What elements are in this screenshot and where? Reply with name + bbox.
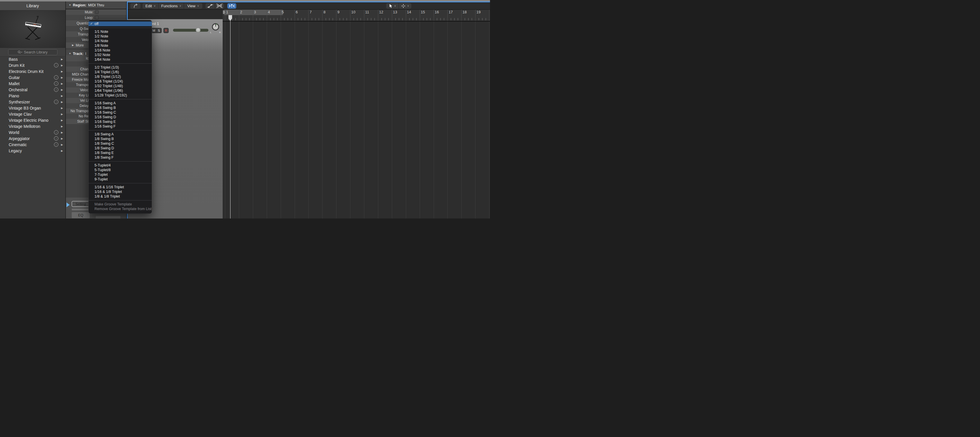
view-menu-button[interactable]: View∨	[184, 3, 202, 9]
undo-button[interactable]	[130, 3, 140, 9]
checkbox[interactable]	[95, 10, 99, 14]
library-item-arpeggiator[interactable]: Arpeggiator↓▶	[0, 136, 65, 142]
download-icon[interactable]: ↓	[54, 136, 58, 140]
solo-button[interactable]: S	[156, 28, 161, 33]
eq-thumbnail-button[interactable]: EQ	[72, 212, 90, 218]
download-icon[interactable]: ↓	[54, 63, 58, 67]
menu-item-1-2-note[interactable]: 1/2 Note	[89, 34, 152, 39]
region-inspector-header[interactable]: ▼ Region: MIDI Thru	[66, 2, 126, 9]
chevron-right-icon[interactable]: ▶	[60, 143, 63, 146]
download-icon[interactable]: ↓	[54, 130, 58, 134]
chevron-right-icon[interactable]: ▶	[60, 149, 63, 152]
download-icon[interactable]: ↓	[54, 142, 58, 147]
chevron-right-icon[interactable]: ▶	[60, 70, 63, 73]
menu-item-1-8-swing-d[interactable]: 1/8 Swing D	[89, 146, 152, 150]
catch-midi-button[interactable]	[227, 3, 236, 9]
chevron-right-icon[interactable]: ▶	[60, 131, 63, 134]
volume-slider[interactable]	[173, 29, 208, 32]
menu-item-1-64-note[interactable]: 1/64 Note	[89, 57, 152, 62]
disclosure-triangle-icon[interactable]: ▼	[69, 4, 71, 6]
menu-item-1-8-swing-c[interactable]: 1/8 Swing C	[89, 141, 152, 146]
menu-item-1-8-1-8-triplet[interactable]: 1/8 & 1/8 Triplet	[89, 194, 152, 199]
library-item-world[interactable]: World↓▶	[0, 129, 65, 136]
menu-item-1-16-1-8-triplet[interactable]: 1/16 & 1/8 Triplet	[89, 190, 152, 194]
command-click-tool-button[interactable]: ∨	[399, 3, 411, 9]
pointer-tool-button[interactable]: ∨	[386, 3, 399, 9]
chevron-right-icon[interactable]: ▶	[60, 100, 63, 104]
checkbox[interactable]	[95, 16, 99, 19]
chevron-right-icon[interactable]: ▶	[60, 58, 63, 61]
menu-item-1-8-swing-a[interactable]: 1/8 Swing A	[89, 132, 152, 137]
functions-menu-button[interactable]: Functions∨	[159, 3, 184, 9]
menu-item-1-8-swing-e[interactable]: 1/8 Swing E	[89, 150, 152, 155]
chevron-right-icon[interactable]: ▶	[60, 64, 63, 67]
menu-item-1-64-triplet-1-96-[interactable]: 1/64 Triplet (1/96)	[89, 88, 152, 93]
menu-item-1-16-swing-b[interactable]: 1/16 Swing B	[89, 105, 152, 110]
menu-item-1-4-note[interactable]: 1/4 Note	[89, 39, 152, 43]
library-item-orchestral[interactable]: Orchestral↓▶	[0, 86, 65, 93]
menu-item-5-tuplet-8[interactable]: 5-Tuplet/8	[89, 167, 152, 172]
library-item-bass[interactable]: Bass▶	[0, 56, 65, 62]
menu-item-1-1-note[interactable]: 1/1 Note	[89, 29, 152, 34]
chevron-right-icon[interactable]: ▶	[60, 113, 63, 116]
library-item-cinematic[interactable]: Cinematic↓▶	[0, 142, 65, 148]
menu-item-7-tuplet[interactable]: 7-Tuplet	[89, 172, 152, 177]
tracks-grid[interactable]	[223, 21, 490, 218]
menu-item-1-16-swing-f[interactable]: 1/16 Swing F	[89, 124, 152, 129]
menu-item-1-16-swing-a[interactable]: 1/16 Swing A	[89, 101, 152, 105]
download-icon[interactable]: ↓	[54, 100, 58, 104]
menu-item-1-8-swing-f[interactable]: 1/8 Swing F	[89, 155, 152, 160]
chevron-right-icon[interactable]: ▶	[60, 76, 63, 79]
pan-knob[interactable]	[212, 23, 219, 30]
menu-item-1-8-triplet-1-12-[interactable]: 1/8 Triplet (1/12)	[89, 74, 152, 79]
library-item-vintage-electric-piano[interactable]: Vintage Electric Piano▶	[0, 117, 65, 123]
chevron-right-icon[interactable]: ▶	[60, 88, 63, 91]
library-item-piano[interactable]: Piano▶	[0, 93, 65, 99]
playhead-line[interactable]	[230, 19, 231, 218]
menu-item-1-16-swing-d[interactable]: 1/16 Swing D	[89, 115, 152, 120]
chevron-right-icon[interactable]: ▶	[60, 82, 63, 85]
flex-button[interactable]	[215, 3, 224, 9]
download-icon[interactable]: ↓	[54, 75, 58, 80]
disclosure-triangle-icon[interactable]: ▼	[69, 52, 71, 55]
automation-button[interactable]	[205, 3, 215, 9]
bar-ruler[interactable]: 12345678910111213141516171819	[223, 9, 490, 21]
menu-item-1-128-triplet-1-192-[interactable]: 1/128 Triplet (1/192)	[89, 93, 152, 97]
mute-button[interactable]: M	[151, 28, 156, 33]
library-item-vintage-b3-organ[interactable]: Vintage B3 Organ▶	[0, 105, 65, 111]
volume-slider-thumb[interactable]	[196, 28, 200, 32]
library-item-drum-kit[interactable]: Drum Kit↓▶	[0, 62, 65, 68]
chevron-right-icon[interactable]: ▶	[60, 119, 63, 122]
edit-menu-button[interactable]: Edit∨	[143, 3, 159, 9]
library-item-mallet[interactable]: Mallet↓▶	[0, 80, 65, 86]
download-icon[interactable]: ↓	[54, 81, 58, 86]
menu-item-1-16-note[interactable]: 1/16 Note	[89, 48, 152, 53]
menu-item-1-2-triplet-1-3-[interactable]: 1/2 Triplet (1/3)	[89, 65, 152, 70]
menu-item-1-32-note[interactable]: 1/32 Note	[89, 53, 152, 57]
menu-item-1-32-triplet-1-48-[interactable]: 1/32 Triplet (1/48)	[89, 84, 152, 88]
disclosure-right-icon[interactable]: ▶	[72, 44, 74, 46]
menu-item-1-16-triplet-1-24-[interactable]: 1/16 Triplet (1/24)	[89, 79, 152, 84]
menu-item-9-tuplet[interactable]: 9-Tuplet	[89, 177, 152, 182]
menu-item-1-8-swing-b[interactable]: 1/8 Swing B	[89, 137, 152, 141]
library-item-legacy[interactable]: Legacy▶	[0, 148, 65, 154]
menu-item-1-16-swing-c[interactable]: 1/16 Swing C	[89, 110, 152, 115]
menu-item-off[interactable]: ✓off	[89, 21, 152, 26]
library-item-guitar[interactable]: Guitar↓▶	[0, 74, 65, 80]
library-item-vintage-clav[interactable]: Vintage Clav▶	[0, 111, 65, 117]
chevron-right-icon[interactable]: ▶	[60, 125, 63, 128]
chevron-right-icon[interactable]: ▶	[60, 94, 63, 97]
menu-item-1-8-note[interactable]: 1/8 Note	[89, 43, 152, 48]
chevron-right-icon[interactable]: ▶	[60, 137, 63, 140]
channel-strip-setting-button[interactable]: Setting	[72, 201, 90, 207]
library-item-synthesizer[interactable]: Synthesizer↓▶	[0, 99, 65, 105]
record-enable-button[interactable]: R	[164, 28, 169, 33]
search-input[interactable]: Search Library	[8, 49, 57, 55]
library-item-vintage-mellotron[interactable]: Vintage Mellotron▶	[0, 123, 65, 129]
download-icon[interactable]: ↓	[54, 88, 58, 92]
library-item-electronic-drum-kit[interactable]: Electronic Drum Kit▶	[0, 68, 65, 74]
menu-item-1-16-1-16-triplet[interactable]: 1/16 & 1/16 Triplet	[89, 185, 152, 190]
menu-item-5-tuplet-4[interactable]: 5-Tuplet/4	[89, 163, 152, 167]
menu-item-1-16-swing-e[interactable]: 1/16 Swing E	[89, 120, 152, 124]
chevron-right-icon[interactable]: ▶	[60, 107, 63, 110]
